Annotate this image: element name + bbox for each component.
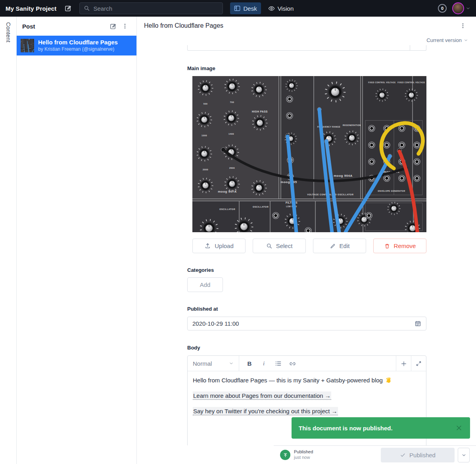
check-icon: [400, 452, 406, 458]
paragraph-style-value: Normal: [193, 360, 212, 367]
upload-button[interactable]: Upload: [192, 239, 246, 253]
link-icon: [289, 360, 296, 367]
edit-button[interactable]: Edit: [313, 239, 366, 253]
search-input[interactable]: [93, 5, 219, 12]
bullet-list-button[interactable]: [271, 356, 285, 371]
body-paragraph-text: Hello from Cloudflare Pages — this is my…: [193, 377, 383, 384]
body-paragraph: Hello from Cloudflare Pages — this is my…: [193, 376, 421, 385]
publish-button-label: Published: [409, 452, 436, 458]
sanity-studio-window: My Sanity Project Desk Vision 0 Content …: [0, 0, 476, 464]
chevron-down-icon: [464, 38, 468, 42]
trash-icon: [384, 243, 390, 249]
version-row: Current version: [137, 35, 476, 45]
fullscreen-button[interactable]: [411, 356, 426, 371]
publish-menu-button[interactable]: [458, 448, 470, 462]
main-image-preview[interactable]: [192, 76, 426, 232]
remove-button[interactable]: Remove: [373, 239, 426, 253]
list-pane-menu-icon[interactable]: [119, 20, 131, 32]
search-icon: [266, 243, 273, 249]
italic-button[interactable]: i: [257, 356, 271, 371]
rte-toolbar: Normal B i: [188, 356, 426, 371]
body-link-paragraph: Learn more about Pages from our document…: [193, 391, 421, 400]
pencil-icon: [330, 243, 336, 249]
tab-vision[interactable]: Vision: [264, 2, 298, 14]
document-title: Hello from Cloudflare Pages: [144, 22, 457, 29]
bold-button[interactable]: B: [242, 356, 257, 371]
clipped-text-field[interactable]: [187, 45, 426, 51]
document-editor-pane: Hello from Cloudflare Pages Current vers…: [137, 17, 476, 464]
plus-icon: [401, 361, 407, 367]
desk-panes-icon: [234, 5, 240, 11]
select-button-label: Select: [276, 243, 293, 249]
upload-icon: [204, 243, 211, 249]
categories-label: Categories: [187, 267, 426, 273]
document-footer: Published just now Published: [274, 445, 476, 464]
published-at-field: [187, 317, 426, 330]
list-pane-header: Post: [17, 17, 136, 36]
editor-menu-icon[interactable]: [457, 20, 469, 32]
upload-button-label: Upload: [215, 243, 234, 249]
remove-button-label: Remove: [394, 243, 416, 249]
list-pane-title: Post: [22, 23, 107, 30]
list-item-post[interactable]: Hello from Cloudflare Pages by Kristian …: [17, 36, 136, 55]
calendar-icon[interactable]: [415, 320, 421, 327]
project-title: My Sanity Project: [6, 5, 56, 12]
list-item-thumbnail: [21, 39, 34, 52]
document-form: Main image Upload Select Edit: [187, 45, 426, 445]
body-link-docs[interactable]: Learn more about Pages from our document…: [193, 391, 331, 400]
search-bar[interactable]: [79, 2, 223, 14]
chevron-down-icon: [461, 453, 466, 458]
new-document-icon[interactable]: [107, 20, 119, 32]
content-rail[interactable]: Content: [0, 17, 17, 464]
top-navbar: My Sanity Project Desk Vision 0: [0, 0, 476, 17]
publish-button[interactable]: Published: [381, 448, 455, 462]
main-image-label: Main image: [187, 65, 426, 71]
toast-published: This document is now published.: [292, 417, 470, 439]
insert-block-button[interactable]: [396, 356, 411, 371]
chevron-down-icon: [229, 361, 234, 366]
body-link-twitter[interactable]: Say hey on Twitter if you're checking ou…: [193, 407, 338, 415]
tab-desk-label: Desk: [243, 5, 257, 12]
tab-desk[interactable]: Desk: [230, 2, 261, 14]
compose-icon[interactable]: [62, 2, 75, 15]
wave-emoji: [385, 377, 392, 384]
toast-message: This document is now published.: [299, 425, 453, 432]
published-icon: [280, 450, 290, 460]
body-label: Body: [187, 345, 426, 351]
edit-button-label: Edit: [340, 243, 350, 249]
list-item-title: Hello from Cloudflare Pages: [38, 39, 118, 46]
expand-icon: [416, 361, 422, 367]
paragraph-style-select[interactable]: Normal: [188, 356, 239, 371]
bullet-list-icon: [275, 360, 282, 367]
publish-status-time: just now: [294, 455, 313, 460]
presence-count-badge[interactable]: 0: [438, 4, 447, 13]
publish-status-label: Published: [294, 449, 313, 455]
image-actions: Upload Select Edit Remove: [192, 239, 426, 253]
tab-vision-label: Vision: [278, 5, 294, 12]
toast-close-icon[interactable]: [453, 422, 464, 433]
publish-status-chip: Published just now: [280, 449, 313, 460]
published-at-input[interactable]: [192, 320, 415, 327]
version-selector[interactable]: Current version: [426, 37, 468, 43]
editor-header: Hello from Cloudflare Pages: [137, 17, 476, 35]
body-link-paragraph: Say hey on Twitter if you're checking ou…: [193, 407, 421, 416]
list-item-subtitle: by Kristian Freeman (@signalnerve): [38, 46, 118, 53]
published-at-label: Published at: [187, 306, 426, 312]
add-category-button[interactable]: Add: [187, 277, 223, 292]
select-button[interactable]: Select: [253, 239, 306, 253]
eye-icon: [268, 5, 275, 12]
content-rail-label: Content: [5, 22, 12, 42]
version-label: Current version: [426, 37, 462, 43]
avatar-chevron-down-icon[interactable]: [466, 6, 470, 11]
avatar[interactable]: [452, 2, 464, 14]
link-button[interactable]: [285, 356, 299, 371]
search-icon: [84, 5, 90, 11]
document-list-pane: Post Hello from Cloudflare Pages by Kris…: [17, 17, 137, 464]
